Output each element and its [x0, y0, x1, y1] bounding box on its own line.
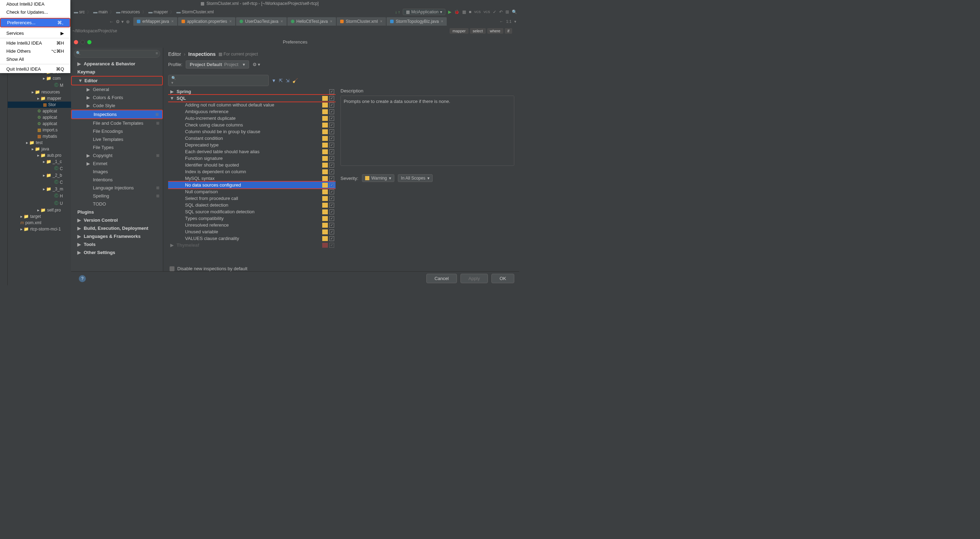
tree-node[interactable]: ▸ 📁 target [8, 213, 71, 220]
pref-tree-item[interactable]: Live Templates [71, 135, 163, 143]
tree-node[interactable]: ⚙ applicat [8, 120, 71, 127]
run-config-selector[interactable]: ▦ MciApplication ▾ [403, 9, 445, 15]
pref-tree-item[interactable]: File Types [71, 143, 163, 151]
pref-tree-item[interactable]: Language Injections⊞ [71, 184, 163, 192]
tree-node[interactable]: Ⓒ C [8, 179, 71, 186]
pref-tree-item[interactable]: Inspections⊞ [72, 110, 162, 119]
tree-node[interactable]: ⚙ applicat [8, 114, 71, 120]
apply-button[interactable]: Apply [460, 274, 488, 283]
pref-tree-item[interactable]: ▶Other Settings [71, 249, 163, 257]
close-icon[interactable]: × [380, 19, 382, 24]
tree-node[interactable]: ▸ 📁 _3_m [8, 186, 71, 192]
pref-tree-item[interactable]: ▼Editor [72, 77, 162, 85]
inspection-item[interactable]: Index is dependent on column [168, 168, 336, 175]
editor-tab[interactable]: StormCluster.xml× [337, 17, 386, 25]
tree-node[interactable]: ▸ 📁 aub.pro [8, 152, 71, 159]
inspection-item[interactable]: Unresolved reference [168, 222, 336, 228]
coverage-button[interactable]: ▦ [462, 10, 466, 14]
tree-node[interactable]: ▸ 📁 com [8, 75, 71, 81]
profile-selector[interactable]: Project Default Project ▾ [186, 60, 249, 68]
inspection-item[interactable]: No data sources configured [168, 182, 336, 188]
pref-tree-item[interactable]: File and Code Templates⊞ [71, 119, 163, 127]
scope-selector[interactable]: In All Scopes▾ [398, 174, 433, 182]
breadcrumb-item[interactable]: ▬ StormCluster.xml [175, 10, 215, 14]
tree-node[interactable]: ▸ 📁 _2_b [8, 172, 71, 179]
close-window-button[interactable] [74, 40, 78, 44]
breadcrumb-item[interactable]: ▬ mapper [147, 10, 170, 14]
cancel-button[interactable]: Cancel [426, 274, 457, 283]
inspection-category[interactable]: ▼SQL [168, 95, 336, 101]
menu-hide-others[interactable]: Hide Others⌥⌘H [0, 47, 70, 55]
tree-node[interactable]: Ⓒ M [8, 81, 71, 89]
tree-node[interactable]: ▸ 📁 resources [8, 89, 71, 95]
preferences-search[interactable]: 🔍 ≡ [74, 50, 160, 58]
inspection-item[interactable]: Identifier should be quoted [168, 162, 336, 168]
tree-node[interactable]: ▦ mybatis [8, 133, 71, 140]
menu-services[interactable]: Services▶ [0, 29, 70, 37]
tab-list-icon[interactable]: ▾ [514, 19, 516, 24]
breadcrumb-item[interactable]: ▬ resources [115, 10, 142, 14]
menu-hide-ij[interactable]: Hide IntelliJ IDEA⌘H [0, 39, 70, 47]
inspection-category[interactable]: ▶Spring [168, 88, 336, 95]
tree-node[interactable]: ▸ 📁 rtcp-storm-mci-1 [8, 226, 71, 232]
menu-check-updates[interactable]: Check for Updates... [0, 8, 70, 16]
inspection-item[interactable]: Unused variable [168, 228, 336, 235]
tree-node[interactable]: Ⓒ C [8, 165, 71, 172]
menu-preferences[interactable]: Preferences...⌘, [1, 19, 70, 27]
breadcrumb-item[interactable]: ▬ main [92, 10, 109, 14]
tree-node[interactable]: Ⓒ H [8, 192, 71, 200]
inspections-tree[interactable]: ▶Spring▼SQLAdding not null column withou… [168, 88, 336, 264]
gear-icon[interactable]: ⚙ ▾ [116, 19, 124, 24]
editor-tab[interactable]: HelloCtlTest.java× [287, 17, 336, 25]
collapse-icon[interactable]: ⇲ [286, 78, 290, 83]
editor-tab[interactable]: StormTopologyBiz.java× [387, 17, 447, 25]
inspection-item[interactable]: Column should be in group by clause [168, 128, 336, 135]
context-tag[interactable]: mapper [450, 28, 468, 34]
menu-about[interactable]: About IntelliJ IDEA [0, 0, 70, 8]
severity-selector[interactable]: Warning▾ [362, 174, 395, 182]
tree-node[interactable]: ▸ 📁 _1_c [8, 159, 71, 165]
inspection-search-input[interactable] [179, 78, 266, 83]
close-icon[interactable]: × [171, 19, 174, 24]
filter-icon[interactable]: ▼ [272, 78, 276, 83]
breadcrumb-item[interactable]: ▬ src [72, 10, 86, 14]
pref-tree-item[interactable]: Intentions [71, 176, 163, 184]
pref-tree-item[interactable]: ▶Colors & Fonts [71, 94, 163, 101]
inspection-item[interactable]: VALUES clause cardinality [168, 235, 336, 242]
pref-tree-item[interactable]: File Encodings [71, 127, 163, 135]
tree-node[interactable]: ▦ Stor [8, 101, 71, 108]
debug-button[interactable]: 🐞 [454, 10, 460, 14]
structure-button[interactable]: ⊞ [506, 10, 509, 14]
close-icon[interactable]: × [441, 19, 443, 24]
context-tag[interactable]: where [487, 28, 503, 34]
close-icon[interactable]: × [281, 19, 283, 24]
pref-tree-item[interactable]: TODO [71, 200, 163, 208]
inspection-item[interactable]: Constant condition [168, 135, 336, 142]
vcs-undo[interactable]: ↶ [499, 10, 503, 14]
inspection-item[interactable]: Auto-increment duplicate [168, 115, 336, 122]
tree-node[interactable]: ▸ 📁 self.pro [8, 207, 71, 213]
pref-tree-item[interactable]: ▶Appearance & Behavior [71, 60, 163, 68]
close-icon[interactable]: × [330, 19, 332, 24]
vcs-commit[interactable]: ✓ [493, 10, 496, 14]
editor-tab[interactable]: UserDaoTest.java× [236, 17, 287, 25]
pref-tree-item[interactable]: Spelling⊞ [71, 192, 163, 200]
tree-node[interactable]: ▸ 📁 test [8, 140, 71, 146]
editor-tab[interactable]: application.properties× [178, 17, 235, 25]
pref-tree-item[interactable]: ▶Languages & Frameworks [71, 232, 163, 240]
close-icon[interactable]: × [229, 19, 232, 24]
inspection-item[interactable]: SQL source modification detection [168, 208, 336, 215]
reset-icon[interactable]: 🧹 [292, 78, 298, 83]
pref-tree-item[interactable]: ▶Code Style [71, 101, 163, 109]
context-tag[interactable]: if [505, 28, 512, 34]
tree-node[interactable]: ▸ 📁 mapper [8, 95, 71, 101]
inspection-item[interactable]: Ambiguous reference [168, 108, 336, 115]
pref-tree-item[interactable]: ▶Build, Execution, Deployment [71, 224, 163, 232]
inspection-item[interactable]: Check using clause columns [168, 122, 336, 128]
settings-gear-icon[interactable]: ⚙ ▾ [253, 62, 261, 67]
disable-checkbox[interactable] [170, 266, 175, 271]
pref-tree-item[interactable]: Plugins [71, 208, 163, 216]
tree-node[interactable]: Ⓒ U [8, 200, 71, 207]
search-button[interactable]: 🔍 [512, 10, 517, 14]
run-button[interactable]: ▶ [448, 10, 451, 14]
